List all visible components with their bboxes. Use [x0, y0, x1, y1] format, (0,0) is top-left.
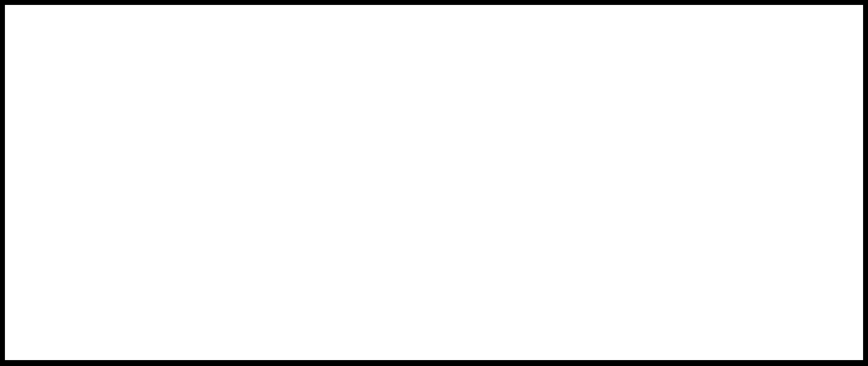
version-tree: [5, 5, 863, 360]
